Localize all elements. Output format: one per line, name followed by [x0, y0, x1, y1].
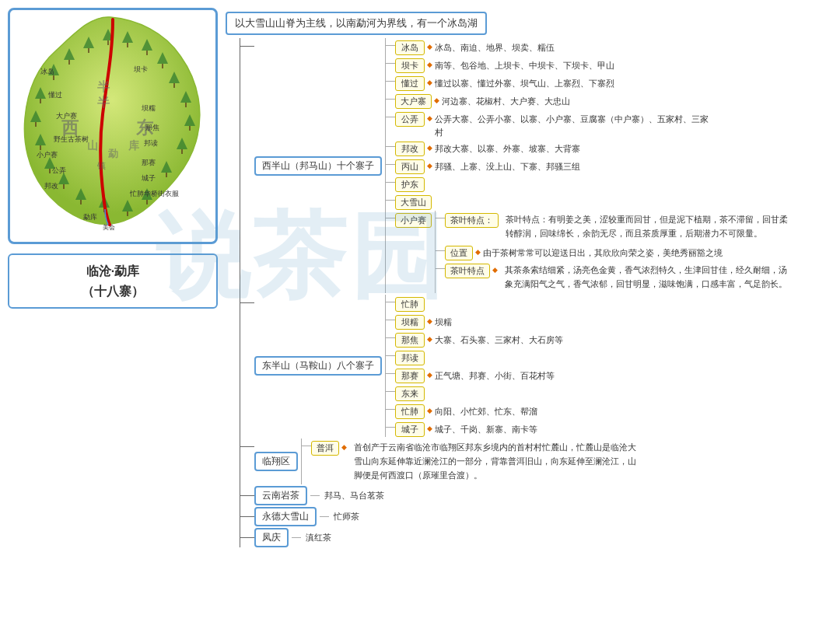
svg-text:忙肺华桥街衣服: 忙肺华桥街衣服 [129, 190, 179, 197]
item-hudong: 护东 [386, 175, 796, 192]
svg-rect-7 [107, 40, 109, 45]
diamond-icon: ◆ [427, 371, 432, 379]
map-image: 西 东 半 半 山 库 勐 镇 冰岛 坝卡 懂过 大户赛 野生古茶树 小户赛 [13, 13, 208, 239]
diamond-icon: ◆ [427, 43, 432, 51]
item-mangfei1: 忙肺 [386, 295, 563, 312]
svg-text:邦读: 邦读 [144, 139, 158, 147]
diamond-icon: ◆ [427, 162, 432, 169]
svg-text:公弄: 公弄 [52, 166, 66, 174]
svg-rect-31 [166, 173, 167, 177]
svg-text:那焦: 那焦 [145, 124, 159, 131]
svg-text:半: 半 [97, 96, 110, 109]
item-content: 向阳、小忙郊、忙东、帮溜 [435, 402, 537, 418]
svg-text:大户赛: 大户赛 [56, 112, 77, 120]
svg-text:勐: 勐 [108, 148, 118, 159]
item-label: 坝糯 [395, 315, 425, 330]
svg-text:小户赛: 小户赛 [37, 151, 58, 159]
item-content: 城子、千岗、新寨、南卡等 [435, 420, 537, 436]
item-gongnong: 公弄 ◆ 公弄大寨、公弄小寨、以寨、小户寨、豆腐寨（中户寨）、五家村、三家村 [386, 110, 796, 138]
item-daxueshan: 大雪山 [386, 193, 796, 210]
svg-text:半: 半 [97, 80, 110, 93]
item-content: 河边寨、花椒村、大户赛、大忠山 [442, 92, 570, 108]
diamond-icon: ◆ [427, 79, 432, 86]
svg-text:坝卡: 坝卡 [133, 65, 148, 73]
svg-rect-13 [162, 64, 163, 68]
item-label: 普洱 [311, 441, 339, 456]
map-label: 临沧·勐库（十八寨） [8, 253, 218, 309]
diamond-icon: ◆ [341, 443, 347, 451]
map-container: 西 东 半 半 山 库 勐 镇 冰岛 坝卡 懂过 大户赛 野生古茶树 小户赛 [8, 8, 218, 244]
sub-label: 位置 [445, 246, 473, 260]
svg-rect-23 [49, 169, 51, 173]
svg-rect-33 [146, 200, 148, 204]
item-nasai: 那赛 ◆ 正气塘、邦赛、小街、百花村等 [386, 366, 563, 383]
svg-rect-5 [88, 48, 89, 53]
yancha-content: 邦马、马台茗茶 [320, 486, 389, 505]
svg-text:美会: 美会 [103, 224, 115, 231]
diamond-icon: ◆ [427, 425, 432, 432]
svg-rect-11 [146, 51, 148, 55]
svg-rect-39 [80, 200, 82, 204]
svg-rect-1 [53, 75, 54, 80]
item-content: 南等、包谷地、上坝卡、中坝卡、下坝卡、甲山 [435, 56, 614, 72]
sub-content: 其茶条索结细紧，汤亮色金黄，香气浓烈特久，生津回甘佳，经久耐细，汤象充满阳气之气… [500, 261, 796, 293]
svg-rect-41 [63, 184, 65, 189]
item-content: 冰岛、南迫、地界、坝卖、糯伍 [435, 38, 555, 54]
item-label: 那焦 [395, 333, 425, 348]
item-label: 丙山 [395, 159, 425, 174]
svg-rect-25 [185, 103, 187, 107]
item-bingdao: 冰岛 ◆ 冰岛、南迫、地界、坝卖、糯伍 [386, 38, 796, 55]
item-label: 大户寨 [395, 94, 432, 109]
diamond-icon: ◆ [427, 114, 432, 122]
item-label: 公弄 [395, 112, 425, 127]
linxiang-section: 临翔区 普洱 ◆ 首创产于云南省临沧市临翔区邦东乡境内的首村村忙麓山，忙麓山是临… [240, 439, 796, 484]
item-content: 正气塘、邦赛、小街、百花村等 [435, 366, 555, 383]
sub-item-chaye-desc: 茶叶特点： 茶叶特点：有明姜之美，涩较重而回甘，但是泥下植期，茶不滞留，回甘柔转… [436, 211, 796, 243]
east-items: 忙肺 坝糯 ◆ 坝糯 那焦 ◆ [385, 295, 563, 437]
item-content: 邦改大寨、以寨、外寨、坡寨、大背寨 [435, 139, 580, 156]
item-label: 大雪山 [395, 195, 432, 210]
item-content: 邦骚、上寨、没上山、下寨、邦骚三组 [435, 157, 580, 173]
svg-text:坝糯: 坝糯 [141, 104, 156, 112]
item-content: 首创产于云南省临沧市临翔区邦东乡境内的首村村忙麓山，忙麓山是临沧大雪山向东延伸靠… [349, 439, 645, 484]
item-bangdu: 邦读 [386, 348, 563, 365]
linxiang-label: 临翔区 [254, 452, 298, 471]
item-content: 大寨、石头寨、三家村、大石房等 [435, 330, 563, 347]
sub-item-position: 位置 ◆ 由于茶树常常可以迎送日出，其欣欣向荣之姿，美绝秀丽豁之境 [436, 243, 796, 260]
item-najiao: 那焦 ◆ 大寨、石头寨、三家村、大石房等 [386, 330, 563, 348]
svg-rect-21 [40, 145, 41, 150]
item-label: 坝卡 [395, 58, 425, 73]
item-content: 公弄大寨、公弄小寨、以寨、小户寨、豆腐寨（中户寨）、五家村、三家村 [435, 110, 715, 138]
item-label: 忙肺 [395, 297, 425, 312]
diamond-icon: ◆ [427, 144, 432, 152]
diamond-icon: ◆ [427, 317, 432, 325]
item-label: 冰岛 [395, 40, 425, 55]
item-dahuzhai: 大户寨 ◆ 河边寨、花椒村、大户赛、大忠山 [386, 92, 796, 109]
svg-text:镇: 镇 [96, 161, 106, 170]
sub-content: 由于茶树常常可以迎送日出，其欣欣向荣之姿，美绝秀丽豁之境 [483, 243, 723, 260]
yongde-content: 忙师茶 [329, 507, 364, 526]
yongde-label: 永德大雪山 [254, 507, 317, 526]
right-panel: 以大雪山山脊为主线，以南勐河为界线，有一个冰岛湖 西半山（邦马山）十个寨子 [226, 8, 832, 547]
item-label: 那赛 [395, 369, 425, 383]
item-banuo: 坝糯 ◆ 坝糯 [386, 313, 563, 330]
west-section: 西半山（邦马山）十个寨子 冰岛 ◆ 冰岛、南迫、地界、坝卖、糯伍 [240, 38, 796, 293]
item-content: 懂过以寨、懂过外寨、坝气山、上寨烈、下寨烈 [435, 74, 614, 90]
item-banggai: 邦改 ◆ 邦改大寨、以寨、外寨、坡寨、大背寨 [386, 139, 796, 156]
fengqing-section: 凤庆 滇红茶 [240, 528, 796, 547]
svg-rect-29 [181, 149, 183, 154]
svg-text:山: 山 [87, 139, 98, 152]
yancha-label: 云南岩茶 [254, 486, 307, 505]
diamond-icon: ◆ [427, 407, 432, 414]
svg-text:冰岛: 冰岛 [40, 68, 54, 75]
diamond-icon: ◆ [475, 248, 481, 256]
east-section: 东半山（马鞍山）八个寨子 忙肺 坝糯 ◆ 坝糯 [240, 295, 796, 437]
east-section-label: 东半山（马鞍山）八个寨子 [254, 356, 382, 376]
item-label: 邦改 [395, 142, 425, 156]
svg-text:勐库: 勐库 [83, 213, 97, 221]
top-node: 以大雪山山脊为主线，以南勐河为界线，有一个冰岛湖 [226, 12, 487, 35]
svg-rect-15 [173, 83, 175, 88]
diamond-icon: ◆ [434, 96, 439, 104]
item-label: 邦读 [395, 351, 425, 365]
svg-rect-3 [68, 60, 70, 65]
